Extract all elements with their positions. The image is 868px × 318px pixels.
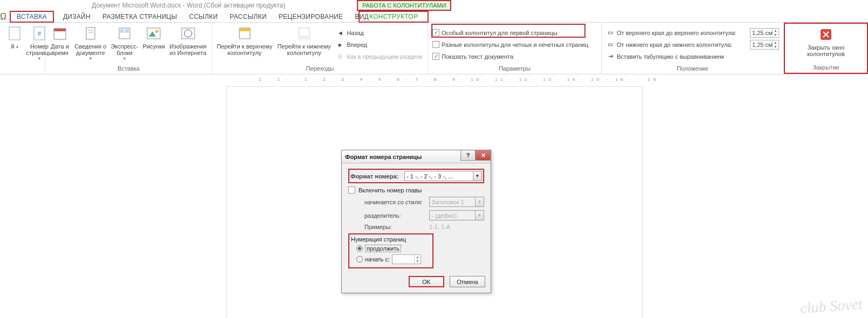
document-title: Документ Microsoft Word.docx - Word (Сбо… bbox=[92, 2, 285, 9]
radio-checked-icon bbox=[356, 245, 363, 252]
svg-rect-17 bbox=[239, 28, 250, 31]
date-time-button[interactable]: Дата и время bbox=[47, 24, 72, 65]
continue-label: продолжить bbox=[365, 245, 401, 252]
spin-up-icon[interactable]: ▲ bbox=[773, 40, 779, 45]
group-navigation-label: Переходы bbox=[215, 65, 425, 74]
footer-bottom-spinner[interactable]: 1,25 см▲▼ bbox=[750, 40, 779, 50]
tab-razmetka[interactable]: РАЗМЕТКА СТРАНИЦЫ bbox=[97, 11, 183, 23]
close-icon bbox=[817, 26, 835, 43]
svg-point-13 bbox=[155, 30, 159, 33]
tab-razmetka-label: РАЗМЕТКА СТРАНИЦЫ bbox=[102, 13, 177, 20]
checkbox-checked-icon: ✓ bbox=[432, 53, 439, 60]
quick-parts-button[interactable]: Экспресс- блоки ▾ bbox=[108, 24, 140, 65]
insert-tab-button[interactable]: ⇥ Вставить табуляцию с выравниванием bbox=[606, 51, 779, 62]
tab-dizain-label: ДИЗАЙН bbox=[63, 13, 91, 20]
arrow-left-icon: ◄ bbox=[336, 29, 345, 37]
pictures-button[interactable]: Рисунки bbox=[141, 24, 168, 65]
dialog-close-button[interactable]: ✕ bbox=[476, 150, 491, 161]
tab-dizain[interactable]: ДИЗАЙН bbox=[57, 11, 97, 23]
starts-style-combo: Заголовок 1 ▼ bbox=[429, 197, 484, 207]
tab-ssylki[interactable]: ССЫЛКИ bbox=[183, 11, 224, 23]
tab-vstavka[interactable]: ВСТАВКА bbox=[10, 11, 54, 23]
footer-bottom-row: ▭ От нижнего края до нижнего колонтитула… bbox=[606, 39, 779, 50]
goto-header-button[interactable]: Перейти к верхнему колонтитулу bbox=[215, 24, 274, 65]
dialog-help-button[interactable]: ? bbox=[460, 150, 476, 161]
link-previous-button[interactable]: ⎘Как в предыдущем разделе bbox=[336, 51, 423, 62]
tab-ssylki-label: ССЫЛКИ bbox=[189, 13, 218, 20]
chevron-down-icon: ▼ bbox=[475, 211, 484, 220]
spin-up-icon[interactable]: ▲ bbox=[415, 255, 421, 259]
doc-info-button[interactable]: Сведения о документе ▾ bbox=[72, 24, 108, 65]
group-options-label: Параметры bbox=[430, 65, 599, 74]
partial-button[interactable]: й ▾ bbox=[2, 24, 27, 65]
ok-button[interactable]: OK bbox=[409, 276, 444, 287]
show-text-checkbox-row[interactable]: ✓Показать текст документа bbox=[432, 51, 597, 62]
chevron-down-icon[interactable]: ▼ bbox=[473, 171, 481, 181]
spin-down-icon[interactable]: ▼ bbox=[773, 33, 779, 37]
format-label: Формат номера: bbox=[350, 173, 404, 179]
group-close-label: Закрытие bbox=[787, 64, 865, 73]
odd-even-label: Разные колонтитулы для четных и нечетных… bbox=[442, 42, 588, 48]
checkbox-icon bbox=[432, 41, 439, 48]
help-icon: ? bbox=[466, 152, 470, 158]
close-icon: ✕ bbox=[481, 152, 486, 159]
start-at-radio-row[interactable]: начать с: ▲▼ bbox=[356, 254, 431, 264]
separator-row: разделитель: - (дефис) ▼ bbox=[364, 210, 484, 220]
odd-even-checkbox-row[interactable]: Разные колонтитулы для четных и нечетных… bbox=[432, 39, 597, 50]
format-combo[interactable]: - 1 -, - 2 -, - 3 -, ... ▼ bbox=[404, 171, 482, 181]
spin-down-icon[interactable]: ▼ bbox=[415, 259, 421, 264]
goto-footer-button[interactable]: Перейти к нижнему колонтитулу bbox=[274, 24, 334, 65]
tab-rassylki[interactable]: РАССЫЛКИ bbox=[224, 11, 273, 23]
separator-value: - (дефис) bbox=[431, 212, 457, 219]
pictures-label: Рисунки bbox=[143, 43, 166, 50]
link-previous-label: Как в предыдущем разделе bbox=[347, 53, 423, 60]
group-hf-label bbox=[2, 65, 43, 74]
tab-recenz[interactable]: РЕЦЕНЗИРОВАНИЕ bbox=[273, 11, 349, 23]
cancel-button[interactable]: Отмена bbox=[450, 276, 485, 287]
nav-back-label: Назад bbox=[347, 30, 364, 36]
radio-icon bbox=[356, 256, 363, 262]
svg-rect-4 bbox=[54, 29, 66, 31]
close-hf-button[interactable]: Закрыть окно колонтитулов bbox=[787, 25, 865, 64]
page-number-format-dialog: Формат номера страницы ? ✕ Формат номера… bbox=[341, 150, 491, 293]
checkbox-icon bbox=[348, 186, 355, 193]
nav-back-button[interactable]: ◄Назад bbox=[336, 27, 423, 38]
tab-konstruktor[interactable]: КОНСТРУКТОР bbox=[359, 11, 429, 23]
ruler-top-icon: ▭ bbox=[606, 29, 615, 37]
svg-rect-5 bbox=[86, 27, 95, 39]
continue-radio-row[interactable]: продолжить bbox=[356, 245, 431, 252]
svg-rect-19 bbox=[299, 36, 309, 39]
nav-forward-button[interactable]: ►Вперед bbox=[336, 39, 423, 50]
globe-picture-icon bbox=[180, 25, 197, 42]
dialog-title-bar[interactable]: Формат номера страницы ? ✕ bbox=[342, 150, 491, 163]
group-insert-label: Вставка bbox=[47, 65, 210, 74]
starts-style-row: начинается со стиля: Заголовок 1 ▼ bbox=[364, 197, 484, 207]
page-icon bbox=[6, 25, 23, 42]
arrow-right-icon: ► bbox=[336, 40, 345, 49]
contextual-tab-title-label: РАБОТА С КОЛОНТИТУЛАМИ bbox=[362, 2, 446, 9]
header-top-spinner[interactable]: 1,25 см▲▼ bbox=[750, 28, 779, 38]
blocks-icon bbox=[116, 25, 133, 42]
examples-value: 1-1, 1-A bbox=[429, 224, 450, 230]
spin-down-icon[interactable]: ▼ bbox=[773, 45, 779, 49]
picture-icon bbox=[145, 25, 162, 42]
group-insert: Дата и время Сведения о документе ▾ Эксп… bbox=[45, 23, 212, 74]
insert-tab-label: Вставить табуляцию с выравниванием bbox=[617, 53, 724, 60]
dropdown-arrow-icon: ▾ bbox=[123, 56, 126, 61]
include-chapter-row[interactable]: Включить номер главы bbox=[348, 186, 484, 193]
watermark: club Sovet bbox=[800, 295, 863, 317]
format-value: - 1 -, - 2 -, - 3 -, ... bbox=[407, 173, 453, 179]
numbering-fieldset: Нумерация страниц продолжить начать с: ▲… bbox=[348, 233, 433, 268]
svg-rect-0 bbox=[9, 27, 20, 40]
online-pictures-button[interactable]: Изображения из Интернета bbox=[167, 24, 209, 65]
omega-icon: Ω bbox=[0, 12, 10, 22]
tab-konstruktor-label: КОНСТРУКТОР bbox=[369, 13, 418, 20]
starts-style-value: Заголовок 1 bbox=[431, 199, 464, 205]
checkbox-checked-icon: ✓ bbox=[432, 29, 439, 36]
tab-vstavka-label: ВСТАВКА bbox=[17, 13, 47, 20]
spin-up-icon[interactable]: ▲ bbox=[773, 29, 779, 33]
first-page-checkbox-row[interactable]: ✓Особый колонтитул для первой страницы bbox=[432, 27, 597, 38]
title-bar: Документ Microsoft Word.docx - Word (Сбо… bbox=[0, 0, 868, 11]
start-at-spinner[interactable]: ▲▼ bbox=[392, 254, 421, 264]
show-text-label: Показать текст документа bbox=[442, 53, 513, 60]
